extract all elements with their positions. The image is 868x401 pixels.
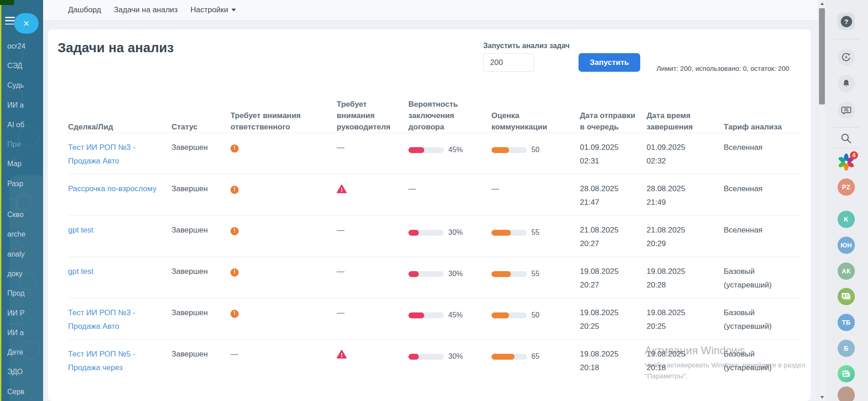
alert-triangle-icon [337, 350, 347, 359]
user-avatar[interactable]: PZ [838, 178, 855, 196]
finished-datetime: 19.08.202520:25 [647, 306, 724, 333]
scrollbar-thumb[interactable] [819, 8, 825, 104]
attention-warning-icon [230, 227, 239, 235]
attention-warning-icon [230, 186, 239, 194]
news-app-button[interactable] [838, 365, 855, 382]
sidebar-item[interactable]: Мар [7, 154, 43, 174]
scroll-down-arrow[interactable] [818, 394, 826, 401]
sync-button[interactable] [838, 49, 855, 66]
sidebar-menu: ocr24 СЭД Судь ИИ а AI об При Мар Разр С… [7, 36, 43, 401]
column-header: Статус [172, 122, 230, 133]
sidebar-item[interactable]: Судь [7, 76, 43, 95]
status-cell: Завершен [172, 265, 230, 278]
empty-value: — [337, 267, 344, 276]
nav-link-analysis-tasks[interactable]: Задачи на анализ [114, 5, 178, 15]
deal-link[interactable]: gpt test [68, 267, 93, 276]
id-card-app-button[interactable] [838, 288, 855, 305]
sidebar-item[interactable]: СЭД [7, 56, 43, 75]
sidebar-item[interactable]: ИИ а [7, 323, 43, 342]
attention-warning-icon [230, 310, 239, 318]
status-cell: Завершен [172, 141, 230, 154]
chat-button[interactable] [838, 102, 855, 119]
sidebar-item[interactable]: Серв [7, 382, 43, 401]
deal-link[interactable]: Тест ИИ РОП №3 - Продажа Авто [68, 143, 135, 165]
run-count-input[interactable] [483, 53, 534, 72]
run-analysis-label: Запустить анализ задач [483, 42, 569, 50]
user-avatar[interactable]: K [838, 211, 855, 228]
notifications-button[interactable] [838, 75, 855, 92]
nav-link-dashboard[interactable]: Дашборд [68, 5, 101, 15]
vertical-scrollbar[interactable] [818, 0, 825, 401]
deal-link[interactable]: gpt test [68, 226, 93, 234]
queued-datetime: 01.09.202502:31 [580, 141, 647, 168]
sidebar-item[interactable]: При [7, 134, 43, 154]
user-avatar[interactable]: Б [838, 340, 855, 357]
empty-value: — [491, 184, 499, 193]
finished-datetime: 01.09.202502:32 [647, 141, 724, 168]
queued-datetime: 19.08.202520:25 [580, 306, 647, 333]
sidebar-item[interactable]: Прод [7, 284, 43, 303]
communication-bar: 55 [491, 267, 574, 280]
user-avatar[interactable]: АК [838, 262, 855, 280]
empty-value: — [337, 226, 344, 234]
rail-divider [833, 39, 860, 40]
question-icon: ? [841, 16, 852, 27]
column-header: Сделка/Лид [68, 122, 172, 133]
rail-divider [833, 127, 860, 128]
column-header: Дата отправки в очередь [580, 110, 647, 133]
sidebar-item[interactable]: arche [7, 225, 43, 244]
sidebar-item[interactable]: доку [7, 264, 43, 283]
status-cell: Завершен [172, 223, 230, 237]
table-row: gpt test Завершен — 30% 55 19.08.202520:… [68, 257, 802, 298]
sidebar-item[interactable]: AI об [7, 115, 43, 134]
empty-value: — [337, 143, 344, 152]
sidebar-item[interactable]: Скво [7, 205, 43, 224]
finished-datetime: 28.08.202521:49 [647, 182, 724, 209]
deal-link[interactable]: Рассрочка по-взрослому [68, 184, 157, 193]
column-header: Оценка коммуникации [491, 110, 580, 133]
id-card-icon [841, 292, 851, 301]
run-button[interactable]: Запустить [579, 53, 640, 72]
sidebar-item[interactable]: ИИ Р [7, 303, 43, 323]
sidebar-item[interactable]: ИИ а [7, 95, 43, 115]
news-icon [842, 370, 851, 378]
table-row: Тест ИИ РОП №5 - Продажа через Завершен … [68, 339, 802, 381]
table-row: Рассрочка по-взрослому Завершен — — 28.0… [68, 174, 802, 215]
sidebar-close-button[interactable] [14, 13, 39, 34]
alert-triangle-icon [337, 184, 347, 193]
column-header: Требует внимания руководителя [337, 99, 408, 133]
sidebar-item[interactable]: Разр [7, 174, 43, 193]
sidebar-item[interactable]: ocr24 [7, 36, 43, 56]
tariff-cell: Вселенная [724, 141, 802, 154]
sidebar-item[interactable]: Дете [7, 342, 43, 362]
table-row: Тест ИИ РОП №3 - Продажа Авто Завершен —… [68, 298, 802, 339]
table-row: gpt test Завершен — 30% 55 21.08.202520:… [68, 215, 802, 257]
analysis-tasks-card: Задачи на анализ Запустить анализ задач … [48, 30, 811, 401]
tasks-table: Сделка/Лид Статус Требует внимания ответ… [68, 55, 802, 381]
bell-icon [841, 79, 851, 89]
nav-link-settings[interactable]: Настройки [191, 5, 236, 15]
user-avatar[interactable]: ТБ [838, 314, 855, 331]
table-row: Тест ИИ РОП №3 - Продажа Авто Завершен —… [68, 133, 802, 174]
menu-icon[interactable] [5, 17, 15, 25]
communication-bar: 55 [491, 226, 574, 239]
column-header: Тариф анализа [724, 122, 802, 133]
finished-datetime: 21.08.202520:29 [647, 223, 724, 251]
help-button[interactable]: ? [838, 13, 855, 30]
scroll-up-arrow[interactable] [818, 0, 826, 7]
empty-value: — [408, 184, 416, 193]
user-avatar[interactable]: ЮН [838, 237, 855, 254]
probability-bar: 30% [408, 267, 485, 280]
sidebar-item[interactable]: analy [7, 244, 43, 264]
user-avatar[interactable] [838, 386, 855, 401]
sidebar-item[interactable]: ЭДО [7, 362, 43, 382]
tariff-cell: Вселенная [724, 223, 802, 237]
capture-artifact-corner [0, 0, 14, 5]
app-logo-button[interactable]: 4 [837, 153, 855, 171]
column-header: Дата время завершения [647, 110, 724, 133]
search-button[interactable] [840, 132, 852, 146]
probability-bar: 45% [408, 309, 485, 322]
deal-link[interactable]: Тест ИИ РОП №5 - Продажа через [68, 350, 135, 372]
tariff-cell: Базовый (устаревший) [724, 306, 802, 333]
deal-link[interactable]: Тест ИИ РОП №3 - Продажа Авто [68, 308, 135, 331]
